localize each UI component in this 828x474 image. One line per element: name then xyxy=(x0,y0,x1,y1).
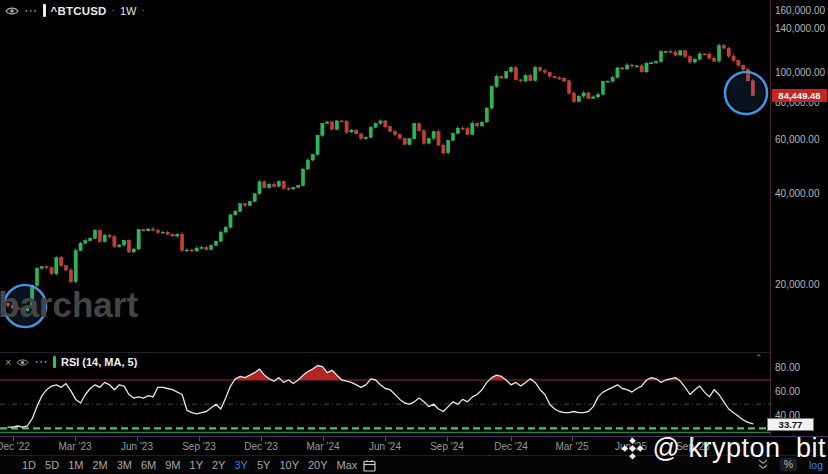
collapse-toolbar-icon[interactable] xyxy=(758,459,768,470)
price-axis[interactable]: 160,000.00140,000.00100,000.0080,000.006… xyxy=(771,0,828,436)
symbol-label: ^BTCUSD xyxy=(51,5,107,17)
time-axis-label: Mar '25 xyxy=(555,441,588,452)
time-axis-label: Mar '23 xyxy=(58,441,91,452)
more-options-icon[interactable]: ⋯ xyxy=(24,8,38,14)
rsi-collapse-icon[interactable]: ⌃ xyxy=(755,353,763,363)
time-axis-label: Sep '24 xyxy=(430,441,464,452)
log-scale-button[interactable]: log xyxy=(809,459,823,471)
range-button-3m[interactable]: 3M xyxy=(117,459,132,471)
rsi-axis-label: 60.00 xyxy=(775,386,800,397)
indicator-color-bar xyxy=(53,356,56,368)
calendar-icon[interactable] xyxy=(363,459,376,472)
price-axis-label: 160,000.00 xyxy=(775,5,825,16)
more-options-icon[interactable]: ⋯ xyxy=(34,359,48,365)
range-button-max[interactable]: Max xyxy=(337,459,358,471)
range-button-5y[interactable]: 5Y xyxy=(257,459,270,471)
range-button-1d[interactable]: 1D xyxy=(22,459,36,471)
percent-scale-button[interactable]: % xyxy=(780,458,797,471)
time-axis-label: Jun '23 xyxy=(121,441,153,452)
range-button-6m[interactable]: 6M xyxy=(141,459,156,471)
current-price-badge: 84,449.48 xyxy=(772,89,827,102)
rsi-indicator-label: RSI (14, MA, 5) xyxy=(61,356,137,368)
timeframe-label[interactable]: 1W xyxy=(120,5,137,17)
symbol-header: ⋯ ^BTCUSD · 1W · xyxy=(5,3,145,18)
rsi-header: × ⋯ RSI (14, MA, 5) xyxy=(5,356,137,368)
range-button-1m[interactable]: 1M xyxy=(68,459,83,471)
eye-icon[interactable] xyxy=(5,6,19,16)
time-axis-label: Dec '22 xyxy=(0,441,30,452)
price-axis-label: 140,000.00 xyxy=(775,23,825,34)
price-axis-label: 40,000.00 xyxy=(775,188,820,199)
rsi-axis-label: 80.00 xyxy=(775,362,800,373)
price-axis-label: 100,000.00 xyxy=(775,67,825,78)
range-button-1y[interactable]: 1Y xyxy=(190,459,203,471)
price-axis-label: 60,000.00 xyxy=(775,134,820,145)
range-button-5d[interactable]: 5D xyxy=(45,459,59,471)
separator-dot: · xyxy=(112,5,115,16)
time-axis-label: Mar '24 xyxy=(306,441,339,452)
time-axis-label: Dec '24 xyxy=(494,441,528,452)
range-toolbar: 1D5D1M2M3M6M9M1Y2Y3Y5Y10Y20YMax xyxy=(0,455,828,474)
axis-corner-controls: % log xyxy=(758,458,823,471)
panel-divider xyxy=(0,352,770,353)
separator-dot: · xyxy=(141,5,144,16)
range-button-20y[interactable]: 20Y xyxy=(308,459,328,471)
range-buttons: 1D5D1M2M3M6M9M1Y2Y3Y5Y10Y20YMax xyxy=(22,459,357,471)
series-color-bar xyxy=(43,4,46,17)
time-axis-label: Dec '23 xyxy=(244,441,278,452)
chart-application: ⋯ ^BTCUSD · 1W · barchart × ⋯ RSI (14, M… xyxy=(0,0,828,474)
time-axis-separator xyxy=(0,436,828,437)
range-button-3y[interactable]: 3Y xyxy=(234,459,247,471)
time-axis-label: Sep '23 xyxy=(182,441,216,452)
price-axis-label: 20,000.00 xyxy=(775,279,820,290)
barchart-watermark: barchart xyxy=(0,287,138,322)
time-axis-label: Sep '25 xyxy=(676,441,710,452)
range-button-2m[interactable]: 2M xyxy=(92,459,107,471)
close-icon[interactable]: × xyxy=(5,357,11,367)
time-axis-label: Jun '24 xyxy=(369,441,401,452)
range-button-9m[interactable]: 9M xyxy=(165,459,180,471)
time-axis-label: Jun '25 xyxy=(615,441,647,452)
range-button-10y[interactable]: 10Y xyxy=(279,459,299,471)
eye-icon[interactable] xyxy=(16,358,29,367)
rsi-value-badge: 33.77 xyxy=(767,418,814,431)
range-button-2y[interactable]: 2Y xyxy=(212,459,225,471)
time-axis[interactable]: Dec '22Mar '23Jun '23Sep '23Dec '23Mar '… xyxy=(0,437,828,455)
